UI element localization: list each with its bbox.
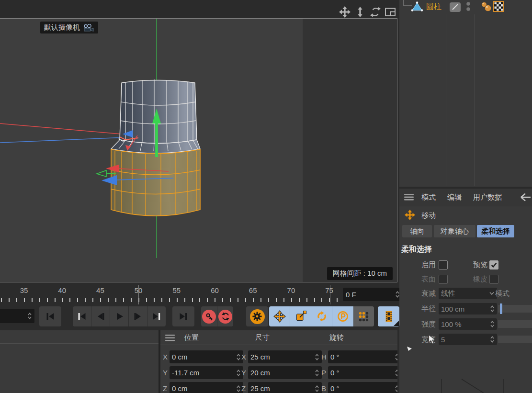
stepper-icon[interactable] <box>236 384 241 393</box>
menu-mode[interactable]: 模式 <box>421 193 436 202</box>
ruler-number: 45 <box>96 286 104 294</box>
stepper-icon[interactable] <box>236 369 241 377</box>
timeline-ruler[interactable]: 354045505560657075 <box>0 285 397 304</box>
key-pla-toggle[interactable] <box>353 306 374 326</box>
coord-field-rotation-H[interactable]: 0 ° <box>328 350 397 363</box>
goto-start-button[interactable] <box>39 306 61 326</box>
range-end-spinner[interactable] <box>0 309 34 323</box>
coord-field-position-X[interactable]: 0 cm <box>170 350 243 363</box>
enable-label: 启用 <box>400 260 436 269</box>
coord-field-rotation-P[interactable]: 0 ° <box>328 366 397 379</box>
tab-soft-selection[interactable]: 柔和选择 <box>477 225 514 237</box>
stepper-icon[interactable] <box>490 304 495 313</box>
coord-field-size-Z[interactable]: 25 cm <box>248 382 322 393</box>
key-scale-toggle[interactable] <box>290 306 311 326</box>
ruler-tick <box>32 298 33 302</box>
button-corner-flag <box>394 321 399 326</box>
stepper-icon[interactable] <box>395 369 397 377</box>
visibility-dots-icon[interactable] <box>465 0 471 13</box>
preview-checkbox[interactable] <box>489 260 498 269</box>
key-parameter-toggle[interactable] <box>332 306 353 326</box>
stepper-icon[interactable] <box>315 353 319 361</box>
stepper-icon[interactable] <box>395 384 397 393</box>
uvw-tag-icon[interactable] <box>493 1 504 12</box>
strength-field[interactable]: 100 % <box>439 318 497 330</box>
falloff-label: 衰减 <box>400 289 436 298</box>
goto-end-button[interactable] <box>172 306 194 326</box>
stepper-icon[interactable] <box>315 369 319 377</box>
coord-field-size-X[interactable]: 25 cm <box>248 350 322 363</box>
falloff-dropdown[interactable]: 线性 <box>439 288 497 299</box>
coord-field-position-Y[interactable]: -11.7 cm <box>170 366 243 379</box>
edit-state-icon[interactable] <box>449 1 461 13</box>
coord-field-rotation-B[interactable]: 0 ° <box>328 382 397 393</box>
surface-checkbox[interactable] <box>439 275 448 284</box>
radius-slider-handle[interactable] <box>500 303 502 314</box>
falloff-curve-graph[interactable] <box>399 373 532 393</box>
grid-spacing-label: 网格间距 : 10 cm <box>327 267 393 280</box>
current-frame-field[interactable]: 0 F <box>343 288 403 301</box>
render-preview-button[interactable] <box>378 306 399 326</box>
record-keyframe-button[interactable] <box>201 306 217 326</box>
tab-axis[interactable]: 轴向 <box>402 225 432 237</box>
keyframe-controls <box>201 306 233 326</box>
autokeying-button[interactable] <box>217 306 233 326</box>
falloff-value: 线性 <box>441 289 455 298</box>
menu-userdata[interactable]: 用户数据 <box>473 193 502 202</box>
coord-label-size-Y: Y <box>241 369 246 377</box>
goto-range-start-button[interactable] <box>73 306 91 326</box>
eraser-checkbox[interactable] <box>489 275 498 284</box>
step-forward-button[interactable] <box>129 306 147 326</box>
keying-settings-button[interactable] <box>246 306 268 326</box>
radius-field[interactable]: 100 cm <box>439 303 497 314</box>
stepper-icon[interactable] <box>490 320 495 328</box>
rotate-view-button[interactable] <box>369 6 382 18</box>
goto-range-end-button[interactable] <box>147 306 166 326</box>
stepper-icon[interactable] <box>315 384 319 393</box>
hamburger-icon[interactable] <box>404 193 415 201</box>
hamburger-icon[interactable] <box>165 334 176 342</box>
polygon-object-icon[interactable] <box>411 1 423 12</box>
ruler-tick <box>24 298 25 302</box>
coord-label-rotation-B: B <box>321 384 326 393</box>
stepper-icon[interactable] <box>395 353 397 361</box>
back-arrow-icon[interactable] <box>519 192 532 202</box>
tab-object-axis[interactable]: 对象轴心 <box>434 225 475 237</box>
object-name[interactable]: 圆柱 <box>426 2 441 12</box>
zoom-view-button[interactable] <box>353 6 367 18</box>
move-tool-icon <box>404 209 416 221</box>
pan-view-button[interactable] <box>338 6 351 18</box>
attribute-manager-menubar: 模式 编辑 用户数据 <box>399 189 532 206</box>
grid-spacing-text: 网格间距 : 10 cm <box>333 269 387 277</box>
coord-value: 0 cm <box>172 384 188 393</box>
menu-edit[interactable]: 编辑 <box>447 193 462 202</box>
ruler-tick <box>69 298 70 302</box>
maximize-view-button[interactable] <box>384 6 397 18</box>
strength-slider[interactable] <box>498 320 532 328</box>
enable-checkbox[interactable] <box>439 260 448 269</box>
preview-label: 预览 <box>459 260 487 269</box>
eraser-label: 橡皮 <box>459 275 487 284</box>
key-position-toggle[interactable] <box>269 306 290 326</box>
play-button[interactable] <box>110 306 129 326</box>
phong-tag-icon[interactable] <box>480 0 492 13</box>
coord-field-size-Y[interactable]: 20 cm <box>248 366 322 379</box>
stepper-icon[interactable] <box>236 353 241 361</box>
panel-divider <box>160 345 397 345</box>
ruler-tick <box>215 298 215 302</box>
width-field[interactable]: 5 <box>439 334 497 345</box>
step-back-button[interactable] <box>91 306 110 326</box>
coord-value: 0 ° <box>330 384 340 393</box>
coord-field-position-Z[interactable]: 0 cm <box>170 382 243 393</box>
width-slider[interactable] <box>498 336 532 343</box>
column-divider <box>446 14 446 186</box>
stepper-icon[interactable] <box>27 312 32 320</box>
material-manager-panel[interactable] <box>0 330 158 393</box>
radius-slider[interactable] <box>498 305 532 313</box>
coord-label-rotation-P: P <box>321 369 326 377</box>
key-rotation-toggle[interactable] <box>311 306 332 326</box>
stepper-icon[interactable] <box>490 335 495 344</box>
ruler-number: 35 <box>20 286 28 294</box>
viewport-3d[interactable]: 默认摄像机 网格间距 : 10 cm <box>0 18 397 282</box>
camera-label[interactable]: 默认摄像机 <box>40 22 98 34</box>
